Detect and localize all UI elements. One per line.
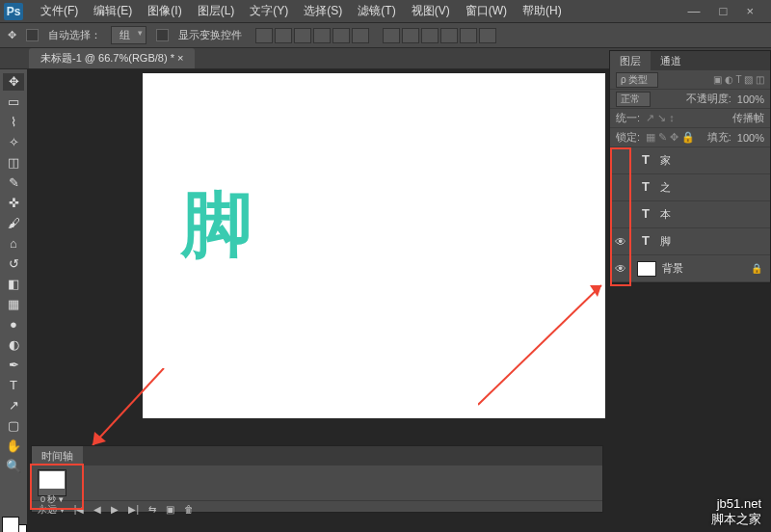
dodge-tool[interactable]: ◐ [3,336,24,354]
layer-name: 之 [660,180,671,195]
minimize-button[interactable]: — [688,4,701,18]
frame-thumb[interactable]: 0 秒 ▾ [38,469,66,496]
timeline-frames: 0 秒 ▾ [32,466,602,500]
align-icon[interactable] [332,28,350,43]
marquee-tool[interactable]: ▭ [3,93,24,111]
menu-item[interactable]: 窗口(W) [458,0,515,22]
visibility-toggle[interactable]: 👁 [610,262,631,276]
lock-row: 锁定: ▦ ✎ ✥ 🔒 填充: 100% [610,128,770,147]
lock-label: 锁定: [616,130,640,145]
menu-item[interactable]: 视图(V) [404,0,458,22]
menu-item[interactable]: 选择(S) [296,0,350,22]
align-icon[interactable] [313,28,331,43]
distribute-icon[interactable] [402,28,419,43]
visibility-toggle[interactable]: 👁 [610,208,631,222]
prev-frame-button[interactable]: ◀ [93,504,101,515]
menu-item[interactable]: 编辑(E) [86,0,140,22]
opacity-value[interactable]: 100% [737,93,764,105]
menu-item[interactable]: 文字(Y) [242,0,296,22]
filter-row: ρ 类型 ▣ ◐ T ▧ ◫ [610,70,770,90]
text-layer-icon: T [637,206,654,224]
layer-name: 家 [660,153,671,168]
wand-tool[interactable]: ✧ [3,134,24,151]
history-brush-tool[interactable]: ↺ [3,255,24,273]
auto-select-checkbox[interactable] [26,29,39,41]
visibility-toggle[interactable]: 👁 [610,181,631,195]
timeline-tab[interactable]: 时间轴 [32,446,83,466]
layer-row[interactable]: 👁背景🔒 [610,255,770,282]
visibility-toggle[interactable]: 👁 [610,235,631,249]
first-frame-button[interactable]: |◀ [74,504,85,515]
distribute-icon[interactable] [421,28,439,43]
filter-icons: ▣ ◐ T ▧ ◫ [713,74,764,85]
kind-dropdown[interactable]: ρ 类型 [616,72,658,88]
stamp-tool[interactable]: ⌂ [3,235,24,253]
menu-item[interactable]: 滤镜(T) [350,0,403,22]
hand-tool[interactable]: ✋ [3,438,24,455]
menubar: Ps 文件(F)编辑(E)图像(I)图层(L)文字(Y)选择(S)滤镜(T)视图… [0,0,771,23]
align-icon[interactable] [255,28,273,43]
blend-row: 正常 不透明度: 100% [610,90,770,109]
align-icon[interactable] [294,28,311,43]
menu-item[interactable]: 帮助(H) [515,0,570,22]
opacity-label: 不透明度: [686,92,731,106]
auto-select-dropdown[interactable]: 组 [111,26,146,44]
layer-row[interactable]: 👁T家 [610,147,770,174]
show-transform-checkbox[interactable] [156,29,169,41]
layer-row[interactable]: 👁T本 [610,201,770,228]
type-tool[interactable]: T [3,377,24,394]
tab-layers[interactable]: 图层 [610,51,651,70]
menu-items: 文件(F)编辑(E)图像(I)图层(L)文字(Y)选择(S)滤镜(T)视图(V)… [33,0,570,22]
lasso-tool[interactable]: ⌇ [3,114,24,131]
new-frame-button[interactable]: ▣ [166,504,174,515]
eyedropper-tool[interactable]: ✎ [3,174,24,192]
delete-frame-button[interactable]: 🗑 [184,504,194,515]
distribute-icon[interactable] [479,28,496,43]
zoom-tool[interactable]: 🔍 [3,458,24,475]
tween-button[interactable]: ⇆ [148,504,156,515]
menu-item[interactable]: 图像(I) [140,0,189,22]
panel-tabs: 图层 通道 [610,51,770,70]
timeline-controls: 永远 ▾ |◀ ◀ ▶ ▶| ⇆ ▣ 🗑 [32,500,602,518]
distribute-icon[interactable] [383,28,400,43]
blur-tool[interactable]: ● [3,316,24,333]
align-icon[interactable] [352,28,369,43]
path-tool[interactable]: ↗ [3,397,24,414]
brush-tool[interactable]: 🖌 [3,215,24,232]
canvas[interactable]: 脚 [143,73,605,418]
lock-icon: 🔒 [751,263,762,274]
pen-tool[interactable]: ✒ [3,357,24,374]
distribute-icon[interactable] [460,28,477,43]
propagate-label: 传播帧 [732,111,764,125]
timeline-panel: 时间轴 0 秒 ▾ 永远 ▾ |◀ ◀ ▶ ▶| ⇆ ▣ 🗑 [31,445,603,513]
shape-tool[interactable]: ▢ [3,417,24,435]
layer-row[interactable]: 👁T之 [610,174,770,201]
visibility-toggle[interactable]: 👁 [610,154,631,168]
frame-delay[interactable]: 0 秒 ▾ [39,493,66,506]
layers-list: 👁T家👁T之👁T本👁T脚👁背景🔒 [610,147,770,282]
menu-item[interactable]: 文件(F) [33,0,86,22]
heal-tool[interactable]: ✜ [3,195,24,212]
layer-name: 背景 [662,261,683,276]
distribute-icon[interactable] [440,28,458,43]
move-tool[interactable]: ✥ [3,73,24,91]
fill-label: 填充: [707,130,731,145]
document-tab[interactable]: 未标题-1 @ 66.7%(RGB/8) * × [29,48,195,68]
unify-row: 统一: ↗ ↘ ↕ 传播帧 [610,109,770,128]
tab-channels[interactable]: 通道 [651,51,691,70]
maximize-button[interactable]: □ [720,4,728,18]
layer-row[interactable]: 👁T脚 [610,228,770,255]
menu-item[interactable]: 图层(L) [190,0,243,22]
eraser-tool[interactable]: ◧ [3,276,24,293]
unify-label: 统一: [616,111,640,125]
crop-tool[interactable]: ◫ [3,154,24,172]
close-button[interactable]: × [746,4,754,18]
canvas-text-layer: 脚 [181,177,253,274]
options-bar: ✥ 自动选择： 组 显示变换控件 [0,23,771,48]
gradient-tool[interactable]: ▦ [3,296,24,313]
play-button[interactable]: ▶ [111,504,119,515]
fill-value[interactable]: 100% [737,132,764,144]
next-frame-button[interactable]: ▶| [128,504,139,515]
blend-dropdown[interactable]: 正常 [616,92,651,107]
align-icon[interactable] [275,28,292,43]
